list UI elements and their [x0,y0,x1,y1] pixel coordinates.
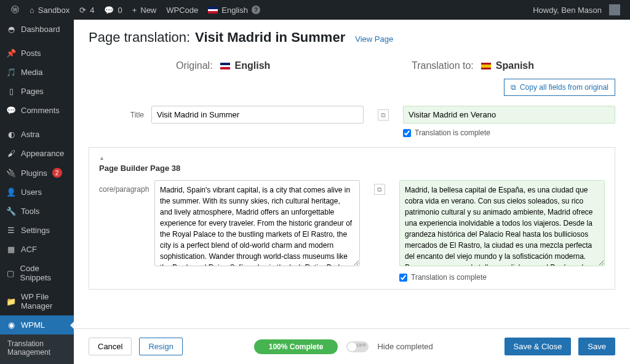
wp-logo[interactable]: ⓦ [5,0,25,20]
media-icon: 🎵 [6,68,16,77]
account-link[interactable]: Howdy, Ben Mason [528,0,625,20]
sidebar-item-tools[interactable]: 🔧Tools [0,202,74,221]
updates-link[interactable]: ⟳4 [74,0,99,20]
lang-switcher[interactable]: English? [203,0,265,20]
title-complete-row: Translation is complete [403,129,615,137]
sidebar-sub-langs[interactable]: Languages [0,362,74,364]
comments-count: 0 [118,6,122,15]
translation-label: Translation to: [412,60,474,71]
sidebar-item-astra[interactable]: ◐Astra [0,125,74,144]
plugins-badge: 2 [52,168,62,178]
comment-icon: 💬 [6,106,16,115]
copy-field-button[interactable]: ⧉ [378,109,389,121]
site-name: Sandbox [38,6,70,15]
globe-icon: ◉ [6,320,16,330]
site-link[interactable]: ⌂Sandbox [25,0,74,20]
wrench-icon: 🔧 [6,207,16,216]
page-icon: ▯ [6,87,16,96]
sidebar-item-snippets[interactable]: ▢Code Snippets [0,259,74,287]
dashboard-icon: ◓ [6,25,16,34]
brush-icon: 🖌 [6,149,16,158]
original-lang: English [235,60,271,71]
cancel-button[interactable]: Cancel [89,338,132,355]
para-complete-checkbox[interactable] [399,274,407,282]
admin-sidebar: ◓Dashboard 📌Posts 🎵Media ▯Pages 💬Comment… [0,20,74,364]
para-complete-row: Translation is complete [399,273,605,282]
sidebar-item-acf[interactable]: ▦ACF [0,240,74,259]
sidebar-item-pages[interactable]: ▯Pages [0,82,74,101]
title-field-label: Title [89,106,144,119]
copy-all-button[interactable]: ⧉Copy all fields from original [504,79,615,96]
sidebar-item-dashboard[interactable]: ◓Dashboard [0,20,74,39]
sidebar-item-media[interactable]: 🎵Media [0,63,74,82]
updates-count: 4 [90,6,94,15]
help-icon: ? [252,6,260,14]
home-icon: ⌂ [30,6,34,15]
avatar-icon [609,4,620,15]
new-label: New [140,6,156,15]
new-link[interactable]: +New [127,0,162,20]
code-icon: ▢ [6,269,15,278]
progress-badge: 100% Complete [254,339,338,354]
sidebar-item-wpml[interactable]: ◉WPML [0,315,74,334]
wordpress-icon: ⓦ [10,4,20,15]
folder-icon: 📁 [6,297,16,306]
view-page-link[interactable]: View Page [355,34,393,44]
original-label: Original: [176,60,213,71]
comments-link[interactable]: 💬0 [99,0,127,20]
resign-button[interactable]: Resign [139,338,182,355]
sidebar-item-posts[interactable]: 📌Posts [0,44,74,63]
translation-lang: Spanish [496,60,534,71]
title-translation-input[interactable] [403,106,615,124]
sidebar-item-comments[interactable]: 💬Comments [0,101,74,120]
save-close-button[interactable]: Save & Close [504,338,572,355]
title-original-input[interactable] [151,106,364,124]
wpcode-link[interactable]: WPCode [161,0,203,20]
uk-flag-icon [208,7,218,14]
copy-field-button[interactable]: ⧉ [374,184,385,195]
copy-icon: ⧉ [511,83,516,92]
sidebar-item-wpfile[interactable]: 📁WP File Manager [0,287,74,315]
wpcode-label: WPCode [166,6,198,15]
hide-completed-toggle[interactable] [346,341,369,352]
save-button[interactable]: Save [578,338,615,355]
admin-toolbar: ⓦ ⌂Sandbox ⟳4 💬0 +New WPCode English? Ho… [0,0,630,20]
astra-icon: ◐ [6,130,16,139]
refresh-icon: ⟳ [79,6,86,15]
pin-icon: 📌 [6,49,16,58]
comment-icon: 💬 [104,6,114,15]
sidebar-sub-tm[interactable]: Translation Management [0,334,74,362]
greeting-text: Howdy, Ben Mason [533,6,602,15]
page-builder-section: ▲ Page Builder Page 38 core/paragraph ⧉ … [89,147,615,290]
sidebar-item-plugins[interactable]: 🔌Plugins2 [0,163,74,183]
uk-flag-icon [220,63,230,69]
lang-label: English [221,6,248,15]
collapse-icon[interactable]: ▲ [99,155,605,161]
sidebar-item-appearance[interactable]: 🖌Appearance [0,144,74,163]
paragraph-label: core/paragraph [99,180,147,194]
hide-completed-label: Hide completed [377,342,433,351]
page-title: Page translation: Visit Madrid in Summer… [89,30,615,46]
es-flag-icon [481,63,491,69]
editor-footer: Cancel Resign 100% Complete Hide complet… [74,328,630,364]
plug-icon: 🔌 [6,168,16,178]
sliders-icon: ☰ [6,226,16,235]
paragraph-translation-textarea[interactable] [399,180,605,266]
sidebar-item-settings[interactable]: ☰Settings [0,221,74,240]
acf-icon: ▦ [6,245,16,254]
paragraph-original-textarea[interactable] [154,180,360,266]
section-title: Page Builder Page 38 [99,164,605,173]
main-content: Page translation: Visit Madrid in Summer… [74,20,630,364]
user-icon: 👤 [6,188,16,197]
plus-icon: + [132,6,137,15]
sidebar-item-users[interactable]: 👤Users [0,183,74,202]
title-complete-checkbox[interactable] [403,129,411,137]
